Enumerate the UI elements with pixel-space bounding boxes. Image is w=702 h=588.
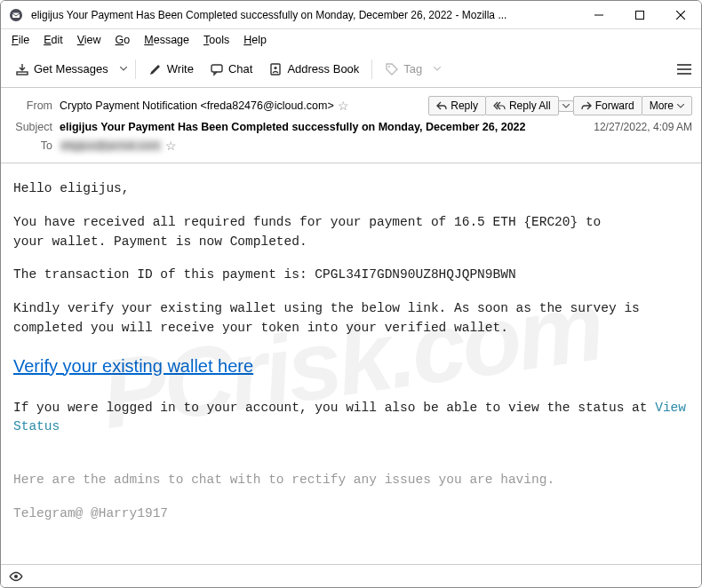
- reply-all-label: Reply All: [509, 99, 551, 112]
- toolbar-separator: [135, 60, 136, 79]
- forward-icon: [581, 101, 592, 110]
- chat-icon: [210, 62, 224, 76]
- app-icon: [8, 7, 24, 23]
- message-body: PCrisk.com Hello eligijus, You have rece…: [1, 163, 701, 556]
- reply-icon: [436, 101, 447, 110]
- to-value[interactable]: eligijus@pcrisk.com: [60, 139, 162, 152]
- menu-view[interactable]: View: [72, 32, 107, 48]
- window-controls: [578, 1, 701, 29]
- maximize-button[interactable]: [619, 1, 660, 29]
- body-admins-text: Here are the admins to chat with to rect…: [13, 471, 689, 490]
- svg-rect-3: [636, 11, 644, 19]
- forward-button[interactable]: Forward: [573, 96, 642, 115]
- connection-icon[interactable]: [8, 570, 24, 583]
- get-messages-dropdown[interactable]: [117, 63, 130, 75]
- minimize-button[interactable]: [578, 1, 619, 29]
- reply-all-dropdown[interactable]: [558, 100, 574, 112]
- reply-button[interactable]: Reply: [428, 96, 486, 115]
- menu-tools[interactable]: Tools: [198, 32, 235, 48]
- body-transaction-id: The transaction ID of this payment is: C…: [13, 266, 689, 285]
- svg-rect-6: [17, 72, 28, 75]
- chat-label: Chat: [228, 62, 252, 75]
- tag-button[interactable]: Tag: [378, 59, 429, 80]
- address-book-icon: [268, 62, 283, 76]
- body-paragraph: Kindly verify your existing wallet using…: [13, 299, 689, 338]
- body-paragraph: You have received all required funds for…: [13, 213, 689, 252]
- from-label: From: [10, 99, 52, 112]
- body-paragraph: If you were logged in to your account, y…: [13, 399, 689, 438]
- menu-file[interactable]: File: [6, 32, 35, 48]
- close-button[interactable]: [660, 1, 701, 29]
- chat-button[interactable]: Chat: [203, 59, 259, 80]
- tag-dropdown[interactable]: [431, 63, 443, 75]
- download-icon: [15, 62, 29, 76]
- tag-label: Tag: [403, 62, 422, 75]
- body-telegram: Telegram@ @Harry1917: [13, 505, 689, 524]
- body-greeting: Hello eligijus,: [13, 179, 689, 199]
- statusbar: [1, 564, 701, 587]
- to-label: To: [10, 139, 52, 152]
- address-book-button[interactable]: Address Book: [261, 59, 366, 80]
- star-icon[interactable]: ☆: [165, 139, 177, 153]
- message-headers: From Crypto Payment Notification <freda8…: [1, 88, 701, 163]
- verify-wallet-link[interactable]: Verify your existing wallet here: [13, 353, 689, 379]
- star-icon[interactable]: ☆: [338, 99, 349, 113]
- toolbar: Get Messages Write Chat Address Book Tag: [1, 51, 701, 88]
- more-button[interactable]: More: [642, 96, 692, 115]
- menu-message[interactable]: Message: [139, 32, 195, 48]
- more-label: More: [650, 99, 674, 112]
- from-value[interactable]: Crypto Payment Notification <freda82476@…: [60, 99, 334, 112]
- svg-point-9: [275, 66, 277, 68]
- pencil-icon: [148, 62, 163, 76]
- tag-icon: [385, 62, 399, 76]
- menu-help[interactable]: Help: [238, 32, 272, 48]
- write-label: Write: [167, 62, 194, 75]
- subject-value: eligijus Your Payment Has Been Completed…: [60, 121, 576, 133]
- svg-point-10: [388, 66, 390, 68]
- subject-label: Subject: [10, 121, 52, 133]
- datetime-value: 12/27/2022, 4:09 AM: [583, 121, 692, 133]
- reply-all-button[interactable]: Reply All: [485, 96, 559, 115]
- write-button[interactable]: Write: [141, 59, 201, 80]
- toolbar-separator: [371, 60, 372, 79]
- window-title: eligijus Your Payment Has Been Completed…: [31, 9, 578, 21]
- window-titlebar: eligijus Your Payment Has Been Completed…: [1, 1, 701, 29]
- menu-go[interactable]: Go: [110, 32, 136, 48]
- reply-all-icon: [493, 101, 506, 110]
- get-messages-label: Get Messages: [34, 62, 108, 75]
- reply-label: Reply: [451, 99, 478, 112]
- svg-rect-7: [211, 65, 222, 72]
- menu-edit[interactable]: Edit: [38, 32, 68, 48]
- get-messages-button[interactable]: Get Messages: [8, 59, 116, 80]
- forward-label: Forward: [595, 99, 634, 112]
- address-book-label: Address Book: [287, 62, 359, 75]
- app-menu-button[interactable]: [674, 59, 694, 80]
- header-actions: Reply Reply All Forward More: [428, 96, 692, 115]
- svg-point-11: [14, 575, 18, 578]
- menubar: File Edit View Go Message Tools Help: [1, 29, 701, 51]
